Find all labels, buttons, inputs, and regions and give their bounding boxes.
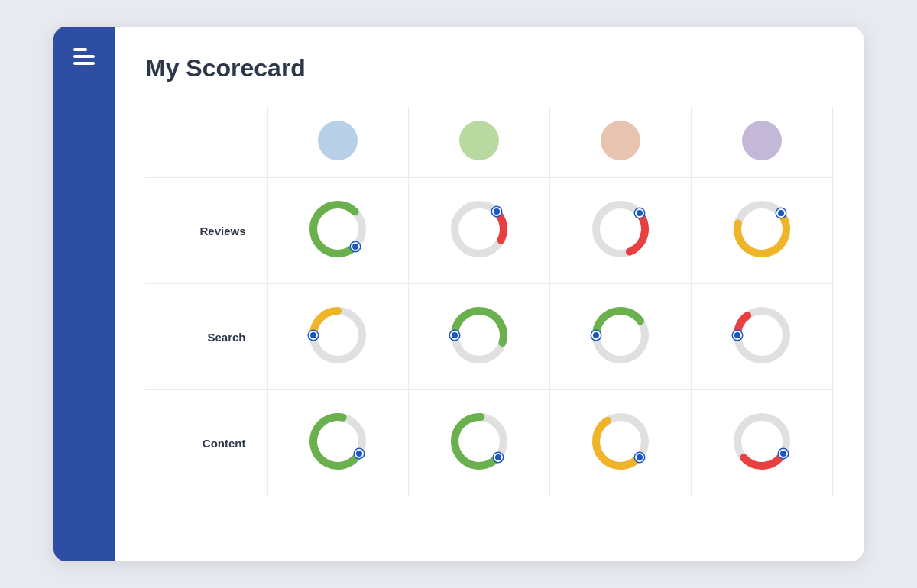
scorecard-card: My Scorecard <box>53 27 864 561</box>
donut-chart <box>727 407 796 476</box>
donut-chart <box>586 195 655 263</box>
donut-chart <box>445 301 514 370</box>
hamburger-icon[interactable] <box>73 48 95 65</box>
row-reviews: Reviews <box>145 178 833 284</box>
corner-cell <box>145 107 267 178</box>
cell-2-3 <box>692 390 833 496</box>
donut-chart <box>303 195 372 263</box>
cell-2-2 <box>550 390 692 496</box>
dot-indicator <box>776 208 786 218</box>
cell-1-1 <box>409 284 550 390</box>
row-label-reviews: Reviews <box>145 178 267 284</box>
header-circle-2 <box>459 121 499 160</box>
row-label-content: Content <box>145 390 267 496</box>
dot-indicator <box>494 453 503 462</box>
cell-1-0 <box>267 284 409 390</box>
cell-1-2 <box>550 284 692 390</box>
cell-1-3 <box>692 284 833 390</box>
donut-chart <box>303 301 372 370</box>
header-row <box>145 107 833 178</box>
dot-indicator <box>351 242 360 251</box>
donut-chart <box>303 407 372 476</box>
cell-0-0 <box>267 178 409 284</box>
dot-indicator <box>635 453 644 462</box>
header-cell-2 <box>409 107 550 178</box>
dot-indicator <box>779 449 788 458</box>
header-cell-4 <box>692 107 833 178</box>
donut-chart <box>445 195 514 263</box>
header-cell-1 <box>267 107 409 178</box>
dot-indicator <box>733 331 742 340</box>
row-search: Search <box>145 284 833 390</box>
donut-chart <box>586 407 655 476</box>
donut-chart <box>727 301 796 370</box>
donut-chart <box>586 301 655 370</box>
header-circle-1 <box>318 121 358 160</box>
main-content: My Scorecard <box>115 27 864 561</box>
row-label-search: Search <box>145 284 267 390</box>
page-title: My Scorecard <box>145 54 833 82</box>
header-circle-3 <box>601 121 640 160</box>
donut-chart <box>727 195 796 263</box>
cell-0-1 <box>409 178 550 284</box>
scorecard-table: ReviewsSearchContent <box>145 107 833 496</box>
cell-2-1 <box>409 390 550 496</box>
header-cell-3 <box>550 107 692 178</box>
donut-chart <box>445 407 514 476</box>
cell-0-2 <box>550 178 692 284</box>
cell-0-3 <box>692 178 833 284</box>
cell-2-0 <box>267 390 409 496</box>
row-content: Content <box>145 390 833 496</box>
header-circle-4 <box>742 121 782 160</box>
sidebar <box>53 27 115 561</box>
